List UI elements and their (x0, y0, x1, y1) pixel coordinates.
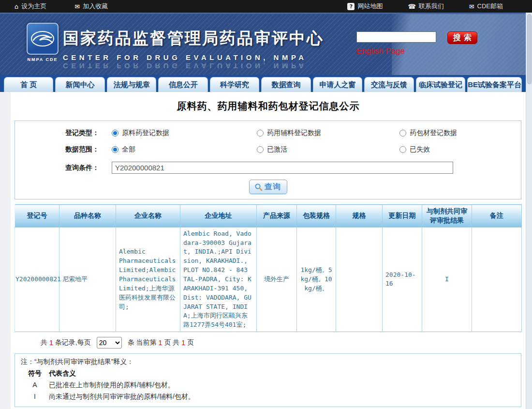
notes-col-meaning: 代表含义 (49, 368, 76, 379)
radio-icon (399, 130, 406, 136)
col-company: 企业名称 (116, 205, 180, 227)
col-source: 产品来源 (257, 205, 297, 227)
nav-tab-clinical-trial[interactable]: 临床试验登记 (416, 77, 465, 92)
data-scope-label: 数据范围： (15, 145, 112, 154)
radio-label: 药包材登记数据 (410, 129, 457, 137)
radio-label: 药用辅料登记数据 (267, 129, 321, 137)
nav-tab-news[interactable]: 新闻中心 (55, 77, 104, 92)
sitemap-label: 网站地图 (357, 2, 383, 11)
query-condition-label: 查询条件： (15, 164, 112, 172)
contact-label: 联系我们 (419, 2, 444, 11)
vertical-scrollbar[interactable] (526, 13, 532, 409)
site-title-en: CENTER FOR DRUG EVALUATION, NMPA (63, 53, 324, 61)
table-row: Y20200000821 尼索地平 Alembic Pharmaceutical… (15, 227, 522, 332)
table-header-row: 登记号 品种名称 企业名称 企业地址 产品来源 包装规格 规格 更新日期 与制剂… (15, 205, 522, 227)
notes-meaning: 已批准在上市制剂使用的原料/辅料/包材。 (49, 380, 175, 390)
radio-label: 原料药登记数据 (122, 129, 169, 137)
cell-address: Alembic Road, Vadodara-390003 Gujarat, I… (180, 227, 257, 332)
cell-reg-no: Y20200000821 (15, 227, 59, 332)
question-icon: ? (347, 3, 355, 10)
set-homepage-label: 设为主页 (21, 2, 46, 11)
cell-spec (336, 227, 383, 332)
col-remark: 备注 (472, 205, 522, 227)
english-page-link[interactable]: English Page (356, 46, 405, 56)
add-favorite-link[interactable]: ✉ 加入收藏 (74, 2, 108, 11)
site-logo[interactable]: NMPA CDE (25, 23, 60, 62)
radio-label: 全部 (122, 145, 135, 154)
legend-notes: 注：“与制剂共同审评审批结果”释义： 符号 代表含义 A 已批准在上市制剂使用的… (15, 353, 521, 407)
radio-option-activated[interactable]: 已激活 (257, 145, 399, 154)
pager-text: 条 当前第 (128, 338, 157, 347)
notes-symbol: I (21, 392, 49, 402)
radio-icon (257, 130, 264, 136)
cde-mail-link[interactable]: ✉ CDE邮箱 (469, 2, 503, 11)
main-nav: 首 页 新闻中心 法规与规章 信息公开 科学研究 数据查询 申请人之窗 交流与反… (0, 75, 526, 92)
nav-tab-data-query[interactable]: 数据查询 (261, 77, 310, 92)
notes-symbol: A (21, 380, 49, 390)
cell-updated: 2020-10-16 (383, 227, 422, 332)
radio-option-api-data[interactable]: 原料药登记数据 (112, 129, 257, 137)
current-page: 1 (159, 339, 163, 347)
col-updated: 更新日期 (383, 205, 422, 227)
nav-tab-applicant[interactable]: 申请人之窗 (313, 77, 362, 92)
col-product-name: 品种名称 (59, 205, 116, 227)
site-search-input[interactable] (356, 31, 436, 43)
logo-caption: NMPA CDE (25, 57, 60, 62)
query-condition-input[interactable] (112, 162, 453, 174)
page-title: 原料药、药用辅料和药包材登记信息公示 (11, 100, 526, 113)
site-title-cn: 国家药品监督管理局药品审评中心 (63, 28, 324, 49)
notes-row-a: A 已批准在上市制剂使用的原料/辅料/包材。 (21, 380, 515, 390)
phone-icon: ☎ (408, 3, 415, 10)
notes-title: 注：“与制剂共同审评审批结果”释义： (21, 357, 515, 367)
nav-tab-regulations[interactable]: 法规与规章 (107, 77, 156, 92)
mail-icon: ✉ (469, 3, 474, 10)
radio-option-packaging-data[interactable]: 药包材登记数据 (399, 129, 521, 137)
col-packing: 包装规格 (297, 205, 336, 227)
nav-tab-be-platform[interactable]: BE试验备案平台 (467, 77, 522, 92)
col-address: 企业地址 (180, 205, 257, 227)
add-favorite-label: 加入收藏 (83, 2, 108, 11)
cell-source: 境外生产 (257, 227, 297, 332)
site-search-button[interactable]: 搜索 (447, 31, 477, 44)
reg-type-label: 登记类型： (15, 129, 112, 137)
radio-label: 已激活 (267, 145, 287, 154)
cell-remark (472, 227, 522, 332)
nav-tab-science[interactable]: 科学研究 (210, 77, 259, 92)
radio-icon (112, 146, 118, 153)
radio-option-expired[interactable]: 已失效 (399, 145, 521, 154)
per-page-select[interactable]: 20 (97, 337, 122, 348)
notes-row-i: I 尚未通过与制剂共同审评审批的原料/辅料/包材。 (21, 392, 515, 402)
query-button[interactable]: 查询 (249, 180, 287, 194)
pager-text: 条记录,每页 (55, 338, 91, 347)
radio-icon (112, 130, 118, 136)
pager-text: 页 共 (164, 338, 179, 347)
col-reg-no: 登记号 (15, 205, 59, 227)
nav-tab-home[interactable]: 首 页 (4, 77, 53, 92)
notes-col-symbol: 符号 (21, 368, 49, 379)
radio-option-all[interactable]: 全部 (112, 145, 257, 154)
radio-option-excipient-data[interactable]: 药用辅料登记数据 (257, 129, 399, 137)
sitemap-link[interactable]: ? 网站地图 (347, 2, 383, 11)
top-utility-bar: ⌂ 设为主页 ✉ 加入收藏 ? 网站地图 ☎ 联系我们 ✉ CDE邮箱 (0, 0, 532, 13)
pager-text: 页 (187, 338, 194, 347)
radio-icon (399, 146, 406, 153)
radio-icon (257, 146, 264, 153)
set-homepage-link[interactable]: ⌂ 设为主页 (15, 2, 46, 11)
magnifier-icon (254, 183, 263, 191)
cde-mail-label: CDE邮箱 (477, 2, 503, 11)
col-spec: 规格 (336, 205, 383, 227)
radio-label: 已失效 (410, 145, 430, 154)
cell-review-result: I (422, 227, 472, 332)
cell-product-name: 尼索地平 (59, 227, 116, 332)
site-title-en-reflection: CENTER FOR DRUG EVALUATION, NMPA (63, 62, 324, 70)
query-button-label: 查询 (265, 182, 282, 192)
home-icon: ⌂ (15, 3, 18, 10)
scrollbar-thumb[interactable] (527, 14, 532, 84)
nav-tab-info-disclosure[interactable]: 信息公开 (158, 77, 207, 92)
query-form: 登记类型： 原料药登记数据 药用辅料登记数据 药包材登记数据 数据范围： (15, 121, 521, 199)
cell-packing: 1kg/桶。5kg/桶。10kg/桶。 (297, 227, 336, 332)
nav-tab-feedback[interactable]: 交流与反馈 (364, 77, 414, 92)
site-banner: NMPA CDE 国家药品监督管理局药品审评中心 CENTER FOR DRUG… (0, 13, 526, 75)
contact-link[interactable]: ☎ 联系我们 (408, 2, 443, 11)
envelope-icon: ✉ (74, 3, 80, 10)
